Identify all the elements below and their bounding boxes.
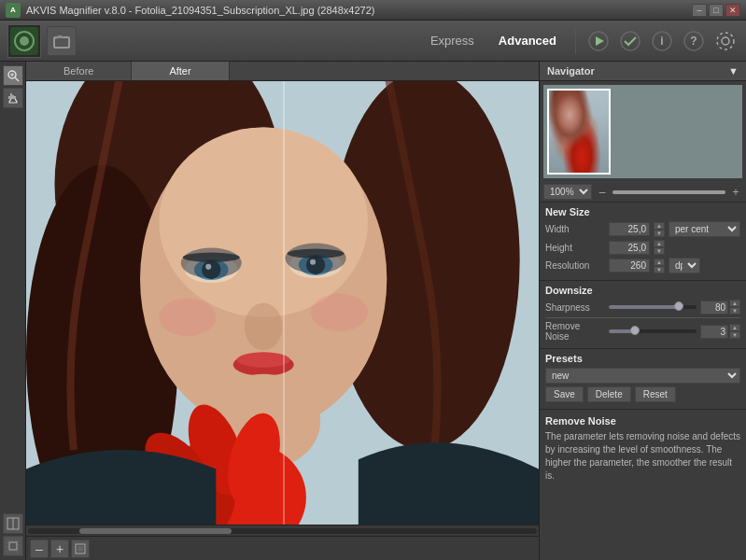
resolution-input[interactable] <box>609 259 650 273</box>
svg-marker-5 <box>596 36 604 46</box>
downsize-title: Downsize <box>545 285 740 296</box>
height-spinner: ▲ ▼ <box>654 240 665 255</box>
right-panel: Navigator ▼ 100% – + New Size Width <box>539 62 746 560</box>
scroll-track[interactable] <box>28 528 537 534</box>
zoom-control: 100% – + <box>540 182 746 203</box>
app-logo <box>7 24 41 58</box>
sharpness-up-button[interactable]: ▲ <box>729 300 740 307</box>
unit-select[interactable]: per cent pixels <box>669 221 740 237</box>
height-row: Height ▲ ▼ <box>545 240 740 255</box>
split-divider <box>283 81 285 525</box>
left-toolbar <box>0 62 26 560</box>
navigator-collapse-button[interactable]: ▼ <box>728 65 739 77</box>
zoom-plus-button[interactable]: + <box>729 186 742 199</box>
svg-rect-52 <box>77 546 83 552</box>
svg-point-35 <box>245 303 283 351</box>
hand-tool-button[interactable] <box>3 88 23 108</box>
info-button[interactable]: i <box>649 28 675 54</box>
apply-button[interactable] <box>617 28 643 54</box>
zoom-select[interactable]: 100% <box>543 184 592 200</box>
sharpness-thumb[interactable] <box>674 301 683 311</box>
toolbar: Express Advanced i ? <box>0 21 746 62</box>
zoom-slider-fill <box>612 190 725 194</box>
noise-value[interactable] <box>700 325 728 339</box>
noise-slider[interactable] <box>609 329 697 333</box>
close-button[interactable]: ✕ <box>725 4 740 17</box>
svg-point-12 <box>717 33 734 49</box>
dpi-select[interactable]: dpi <box>669 258 700 273</box>
sharpness-down-button[interactable]: ▼ <box>729 307 740 315</box>
delete-preset-button[interactable]: Delete <box>587 386 631 402</box>
preset-select[interactable]: new <box>545 368 740 384</box>
resolution-up-button[interactable]: ▲ <box>654 259 665 266</box>
express-mode-button[interactable]: Express <box>421 30 484 51</box>
presets-title: Presets <box>545 353 740 364</box>
svg-text:i: i <box>660 35 663 48</box>
svg-text:?: ? <box>690 35 697 48</box>
before-after-toggle[interactable] <box>3 513 23 534</box>
after-tab[interactable]: After <box>132 62 229 80</box>
advanced-mode-button[interactable]: Advanced <box>489 30 566 51</box>
fit-button[interactable] <box>71 539 90 558</box>
sharpness-row: Sharpness ▲ ▼ <box>545 300 740 315</box>
height-input[interactable] <box>609 241 650 255</box>
navigator-preview <box>543 85 742 178</box>
sharpness-value[interactable] <box>700 301 728 315</box>
svg-line-14 <box>15 77 19 81</box>
svg-rect-19 <box>9 542 17 550</box>
width-up-button[interactable]: ▲ <box>654 222 665 230</box>
height-down-button[interactable]: ▼ <box>654 247 665 255</box>
noise-row: Remove Noise ▲ ▼ <box>545 321 740 342</box>
titlebar: A AKVIS Magnifier v.8.0 - Fotolia_210943… <box>0 0 746 21</box>
run-button[interactable] <box>585 28 612 54</box>
minimize-button[interactable]: – <box>692 4 707 17</box>
new-size-title: New Size <box>545 206 740 217</box>
canvas-scrollbar[interactable] <box>26 525 539 536</box>
fit-view-button[interactable] <box>3 536 23 556</box>
svg-rect-3 <box>54 37 69 48</box>
main-content: Before After <box>0 62 746 560</box>
noise-thumb[interactable] <box>630 326 640 335</box>
noise-down-button[interactable]: ▼ <box>729 331 740 339</box>
canvas-view[interactable] <box>26 81 539 525</box>
width-down-button[interactable]: ▼ <box>654 230 665 237</box>
settings-button[interactable] <box>712 28 739 54</box>
width-input[interactable] <box>609 222 650 236</box>
zoom-out-button[interactable]: – <box>30 539 49 558</box>
resolution-spinner: ▲ ▼ <box>654 259 665 273</box>
maximize-button[interactable]: □ <box>709 4 724 17</box>
section-separator <box>545 317 740 318</box>
resolution-label: Resolution <box>545 260 605 271</box>
photo-display <box>26 81 539 525</box>
help-button[interactable]: ? <box>681 28 707 54</box>
noise-up-button[interactable]: ▲ <box>729 324 740 331</box>
scroll-thumb[interactable] <box>79 528 232 534</box>
svg-point-6 <box>621 32 640 50</box>
zoom-slider[interactable] <box>612 190 725 194</box>
sharpness-slider[interactable] <box>609 305 697 309</box>
bottom-toolbar: – + <box>26 536 539 560</box>
resolution-down-button[interactable]: ▼ <box>654 266 665 273</box>
zoom-in-button[interactable]: + <box>50 539 69 558</box>
zoom-minus-button[interactable]: – <box>596 186 609 199</box>
canvas-tabs: Before After <box>26 62 539 81</box>
sharpness-slider-fill <box>609 305 679 309</box>
height-up-button[interactable]: ▲ <box>654 240 665 247</box>
sharpness-spinner: ▲ ▼ <box>729 300 740 315</box>
svg-point-49 <box>181 248 242 279</box>
before-tab[interactable]: Before <box>26 62 132 80</box>
resolution-row: Resolution ▲ ▼ dpi <box>545 258 740 273</box>
info-section: Remove Noise The parameter lets removing… <box>540 410 746 488</box>
open-button[interactable] <box>47 26 77 56</box>
canvas-area: Before After <box>26 62 539 560</box>
preset-select-row: new <box>545 368 740 384</box>
reset-preset-button[interactable]: Reset <box>635 386 676 402</box>
navigator-viewport-rect <box>547 89 611 175</box>
width-row: Width ▲ ▼ per cent pixels <box>545 221 740 237</box>
noise-spinner: ▲ ▼ <box>729 324 740 339</box>
svg-point-26 <box>159 127 368 316</box>
width-label: Width <box>545 224 605 234</box>
zoom-tool-button[interactable] <box>3 65 23 86</box>
svg-point-50 <box>286 243 346 273</box>
save-preset-button[interactable]: Save <box>545 386 584 402</box>
